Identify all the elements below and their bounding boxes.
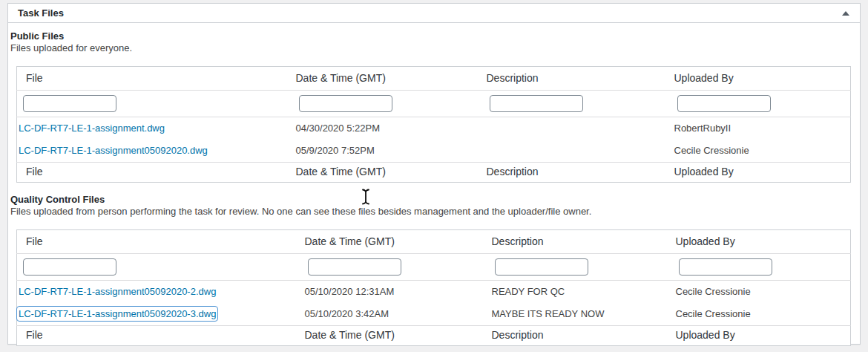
footer-column-file: File	[17, 163, 296, 183]
file-datetime: 05/10/2020 12:31AM	[305, 281, 492, 304]
panel-title: Task Files	[18, 7, 64, 19]
collapse-toggle-button[interactable]	[839, 4, 852, 22]
file-link-focused[interactable]: LC-DF-RT7-LE-1-assignment05092020-3.dwg	[19, 308, 216, 319]
file-uploaded-by: RobertRubyII	[674, 117, 851, 140]
file-description: MAYBE ITS READY NOW	[492, 303, 676, 326]
column-header-file: File	[17, 67, 296, 91]
column-header-description: Description	[487, 67, 674, 91]
table-filter-row	[17, 254, 851, 281]
file-datetime: 05/10/2020 3:42AM	[305, 303, 492, 326]
filter-input-file[interactable]	[23, 95, 116, 112]
table-footer-row: File Date & Time (GMT) Description Uploa…	[17, 163, 851, 183]
file-description	[487, 117, 674, 140]
file-datetime: 05/9/2020 7:52PM	[296, 140, 487, 163]
file-uploaded-by: Cecile Cressionie	[674, 140, 851, 163]
file-row: LC-DF-RT7-LE-1-assignment05092020-3.dwg …	[17, 303, 851, 326]
section-description: Files uploaded for everyone.	[10, 42, 855, 54]
column-header-datetime: Date & Time (GMT)	[296, 67, 487, 91]
filter-input-uploaded-by[interactable]	[677, 95, 771, 112]
file-uploaded-by: Cecile Cressionie	[676, 281, 851, 304]
file-link[interactable]: LC-DF-RT7-LE-1-assignment05092020-2.dwg	[19, 286, 216, 297]
panel-header[interactable]: Task Files	[8, 4, 860, 23]
column-header-uploaded-by: Uploaded By	[676, 230, 851, 254]
public-files-table: File Date & Time (GMT) Description Uploa…	[16, 66, 851, 183]
footer-column-uploaded-by: Uploaded By	[674, 163, 851, 183]
section-heading: Public Files	[10, 30, 855, 42]
footer-column-datetime: Date & Time (GMT)	[296, 163, 487, 183]
file-row: LC-DF-RT7-LE-1-assignment.dwg 04/30/2020…	[17, 117, 851, 140]
filter-input-description[interactable]	[495, 258, 588, 276]
footer-column-file: File	[17, 326, 305, 346]
table-filter-row	[17, 91, 851, 117]
filter-input-uploaded-by[interactable]	[679, 258, 772, 276]
column-header-file: File	[17, 230, 305, 254]
section-public-files: Public Files Files uploaded for everyone…	[10, 30, 855, 183]
column-header-description: Description	[492, 230, 676, 254]
section-heading: Quality Control Files	[10, 194, 855, 206]
quality-control-files-table: File Date & Time (GMT) Description Uploa…	[16, 229, 851, 346]
table-header-row: File Date & Time (GMT) Description Uploa…	[17, 67, 851, 91]
table-footer-row: File Date & Time (GMT) Description Uploa…	[17, 326, 851, 346]
column-header-datetime: Date & Time (GMT)	[305, 230, 492, 254]
footer-column-uploaded-by: Uploaded By	[676, 326, 851, 346]
file-link[interactable]: LC-DF-RT7-LE-1-assignment.dwg	[19, 123, 165, 134]
filter-input-file[interactable]	[23, 258, 116, 276]
file-description: READY FOR QC	[492, 281, 676, 304]
section-description: Files uploaded from person performing th…	[10, 206, 855, 218]
column-header-uploaded-by: Uploaded By	[674, 67, 851, 91]
footer-column-description: Description	[492, 326, 676, 346]
file-description	[487, 140, 674, 163]
file-row: LC-DF-RT7-LE-1-assignment05092020.dwg 05…	[17, 140, 851, 163]
footer-column-description: Description	[487, 163, 674, 183]
footer-column-datetime: Date & Time (GMT)	[305, 326, 492, 346]
file-link[interactable]: LC-DF-RT7-LE-1-assignment05092020.dwg	[19, 145, 208, 156]
file-row: LC-DF-RT7-LE-1-assignment05092020-2.dwg …	[17, 281, 851, 304]
section-quality-control-files: Quality Control Files Files uploaded fro…	[10, 194, 855, 346]
filter-input-datetime[interactable]	[299, 95, 392, 112]
filter-input-datetime[interactable]	[308, 258, 401, 276]
collapse-up-icon	[842, 11, 849, 16]
filter-input-description[interactable]	[490, 95, 583, 112]
file-uploaded-by: Cecile Cressionie	[676, 303, 851, 326]
panel-content: Public Files Files uploaded for everyone…	[8, 23, 860, 352]
file-datetime: 04/30/2020 5:22PM	[296, 117, 487, 140]
table-header-row: File Date & Time (GMT) Description Uploa…	[17, 230, 851, 254]
task-files-panel: Task Files Public Files Files uploaded f…	[7, 3, 861, 345]
